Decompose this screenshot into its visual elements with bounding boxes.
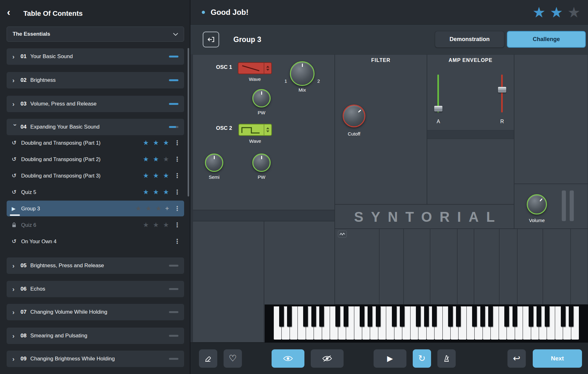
black-key[interactable] <box>416 306 421 327</box>
sidebar-section-01[interactable]: › 01 Your Basic Sound <box>7 48 184 65</box>
star-icon: ★ <box>153 139 159 147</box>
attack-slider[interactable] <box>437 75 439 112</box>
brand-logo: SYNTORIAL <box>335 204 514 229</box>
lesson-row-doubling-part2[interactable]: ↺ Doubling and Transposing (Part 2) ★★★ … <box>7 151 184 167</box>
lesson-progress-dash <box>10 214 20 216</box>
black-key[interactable] <box>529 306 533 327</box>
favorite-button[interactable]: ♡ <box>224 349 242 368</box>
filter-panel <box>335 54 427 204</box>
attack-slider-handle[interactable] <box>434 106 442 112</box>
black-key[interactable] <box>311 306 316 327</box>
lesson-row-on-your-own-4[interactable]: ↺ On Your Own 4 ⋮ <box>7 233 184 249</box>
black-key[interactable] <box>561 306 566 327</box>
volume-knob[interactable] <box>527 194 547 214</box>
black-key[interactable] <box>287 306 292 327</box>
volume-panel <box>514 184 588 229</box>
black-key[interactable] <box>488 306 493 327</box>
sidebar-section-05[interactable]: › 05 Brightness, Press and Release <box>7 257 184 274</box>
black-key[interactable] <box>545 306 549 327</box>
section-number: 03 <box>21 101 27 107</box>
group-bar: Group 3 Demonstration Challenge <box>190 25 588 54</box>
lesson-row-quiz-5[interactable]: ↺ Quiz 5 ★★★ ⋮ <box>7 184 184 200</box>
black-key[interactable] <box>537 306 541 327</box>
lesson-label: Quiz 6 <box>21 222 36 228</box>
black-key[interactable] <box>456 306 461 327</box>
black-key[interactable] <box>480 306 485 327</box>
osc2-wave-selector[interactable] <box>238 124 272 136</box>
black-key[interactable] <box>392 306 397 327</box>
sidebar-section-09[interactable]: › 09 Changing Brightness While Holding <box>7 351 184 367</box>
star-icon: ★ <box>153 221 159 229</box>
sidebar-section-08[interactable]: › 08 Smearing and Pulsating <box>7 328 184 344</box>
eraser-button[interactable] <box>199 349 217 368</box>
black-key[interactable] <box>360 306 364 327</box>
black-key[interactable] <box>368 306 372 327</box>
kebab-menu-icon[interactable]: ⋮ <box>174 139 179 147</box>
black-key[interactable] <box>504 306 509 327</box>
sidebar-section-06[interactable]: › 06 Echos <box>7 281 184 297</box>
black-key[interactable] <box>424 306 429 327</box>
sidebar-section-03[interactable]: › 03 Volume, Press and Release <box>7 96 184 112</box>
knob-indicator <box>253 90 270 106</box>
lesson-row-group-3[interactable]: ▶ Group 3 ★★★ + ⋮ <box>7 201 184 216</box>
black-key[interactable] <box>376 306 381 327</box>
metronome-button[interactable] <box>437 349 456 368</box>
sidebar-section-02[interactable]: › 02 Brightness <box>7 72 184 88</box>
kebab-menu-icon[interactable]: ⋮ <box>174 221 179 229</box>
kebab-menu-icon[interactable]: ⋮ <box>174 205 179 212</box>
course-select-dropdown[interactable]: The Essentials <box>7 27 184 42</box>
kebab-menu-icon[interactable]: ⋮ <box>174 172 179 179</box>
black-key[interactable] <box>279 306 284 327</box>
lesson-row-doubling-part3[interactable]: ↺ Doubling and Transposing (Part 3) ★★★ … <box>7 168 184 184</box>
release-slider-handle[interactable] <box>498 87 506 93</box>
saw-wave-icon <box>238 63 264 74</box>
section-number: 07 <box>21 309 27 315</box>
back-to-toc-button[interactable] <box>203 32 219 47</box>
kebab-menu-icon[interactable]: ⋮ <box>174 238 179 245</box>
section-label: Volume, Press and Release <box>30 101 97 107</box>
mix-knob[interactable] <box>290 61 315 86</box>
semi-knob[interactable] <box>205 154 223 172</box>
lesson-row-doubling-part1[interactable]: ↺ Doubling and Transposing (Part 1) ★★★ … <box>7 135 184 151</box>
black-key[interactable] <box>472 306 477 327</box>
hide-button[interactable] <box>311 349 344 368</box>
black-key[interactable] <box>432 306 437 327</box>
wave-spinner[interactable] <box>264 63 271 74</box>
back-chevron-icon[interactable]: ‹ <box>7 6 10 18</box>
cutoff-knob[interactable] <box>343 105 365 127</box>
panel-divider <box>543 229 543 304</box>
sidebar-scrollbar[interactable] <box>188 48 189 196</box>
demonstration-button[interactable]: Demonstration <box>435 31 504 48</box>
black-key[interactable] <box>303 306 308 327</box>
black-key[interactable] <box>344 306 348 327</box>
black-key[interactable] <box>335 306 340 327</box>
progress-bar <box>169 103 178 105</box>
challenge-button[interactable]: Challenge <box>507 31 586 48</box>
show-button[interactable] <box>272 349 304 368</box>
lesson-label: Group 3 <box>21 206 40 212</box>
release-slider[interactable] <box>501 75 503 112</box>
mix-label: Mix <box>290 87 315 93</box>
osc2-pw-knob[interactable] <box>252 154 271 172</box>
lesson-row-quiz-6[interactable]: Quiz 6 ★★★ ⋮ <box>7 217 184 233</box>
panel-divider <box>474 229 474 304</box>
black-key[interactable] <box>319 306 324 327</box>
kebab-menu-icon[interactable]: ⋮ <box>174 188 179 196</box>
sidebar-section-07[interactable]: › 07 Changing Volume While Holding <box>7 304 184 320</box>
next-button[interactable]: Next <box>533 349 582 368</box>
course-select-value: The Essentials <box>13 31 50 37</box>
osc1-pw-knob[interactable] <box>252 89 271 107</box>
black-key[interactable] <box>400 306 405 327</box>
waveform-view-toggle[interactable] <box>338 231 347 238</box>
kebab-menu-icon[interactable]: ⋮ <box>174 155 179 163</box>
play-button[interactable]: ▶ <box>374 349 406 368</box>
wave-spinner[interactable] <box>264 124 271 135</box>
osc1-wave-selector[interactable] <box>238 62 272 74</box>
black-key[interactable] <box>569 306 573 327</box>
black-key[interactable] <box>448 306 453 327</box>
black-key[interactable] <box>513 306 517 327</box>
undo-button[interactable]: ↩ <box>507 349 526 368</box>
loop-button[interactable]: ↻ <box>413 349 431 368</box>
panel-divider <box>570 229 571 304</box>
sidebar-section-04[interactable]: › 04 Expanding Your Basic Sound <box>7 119 184 135</box>
